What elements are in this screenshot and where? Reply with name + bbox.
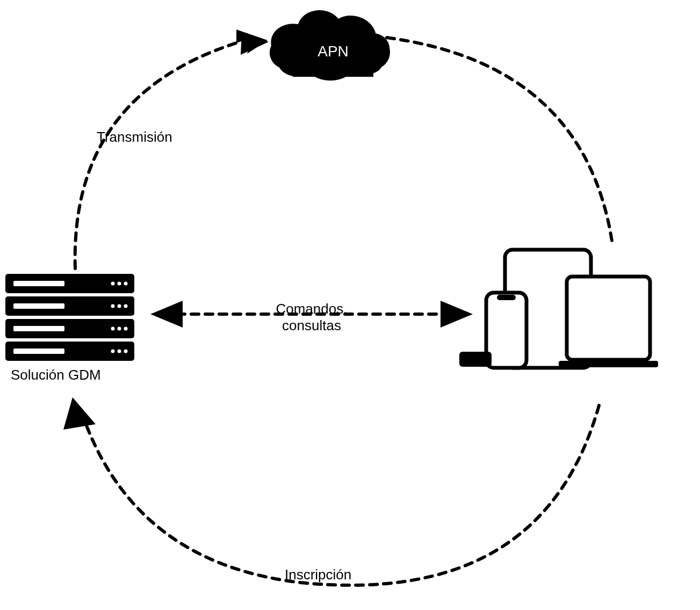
- commands-label-line1: Comandos,: [276, 301, 348, 317]
- svg-rect-10: [13, 281, 64, 286]
- transmission-label: Transmisión: [97, 129, 172, 146]
- arrowhead-commands-left: [150, 301, 183, 328]
- svg-point-11: [111, 282, 115, 286]
- svg-point-26: [111, 350, 115, 353]
- svg-point-27: [118, 350, 121, 353]
- arc-transmission: [75, 43, 236, 268]
- devices-icon: [459, 250, 658, 368]
- arrowhead-commands-right: [441, 301, 473, 328]
- svg-rect-20: [13, 326, 64, 331]
- svg-rect-34: [459, 352, 492, 367]
- svg-point-23: [124, 327, 128, 331]
- enrollment-label: Inscripción: [285, 567, 351, 583]
- arc-cloud-to-devices: [387, 38, 612, 244]
- svg-point-12: [118, 282, 121, 286]
- svg-rect-33: [497, 295, 516, 300]
- arrowhead-transmission-tri: [241, 32, 269, 55]
- arrowhead-enrollment: [63, 397, 96, 430]
- svg-rect-31: [559, 361, 658, 367]
- svg-rect-32: [486, 293, 526, 368]
- svg-point-16: [111, 304, 115, 308]
- cloud-label: APN: [312, 43, 355, 60]
- svg-point-17: [118, 304, 121, 308]
- svg-point-28: [124, 350, 128, 353]
- svg-rect-30: [567, 277, 650, 360]
- svg-rect-25: [13, 348, 64, 354]
- arc-enrollment: [86, 405, 599, 585]
- svg-point-22: [118, 327, 121, 331]
- svg-rect-15: [13, 303, 64, 309]
- commands-label: Comandos, consultas: [252, 301, 371, 334]
- server-icon: [5, 274, 134, 361]
- commands-label-line2: consultas: [282, 317, 341, 333]
- svg-point-13: [124, 282, 128, 286]
- server-label: Solución GDM: [11, 367, 101, 383]
- svg-point-18: [124, 304, 128, 308]
- svg-point-21: [111, 327, 115, 331]
